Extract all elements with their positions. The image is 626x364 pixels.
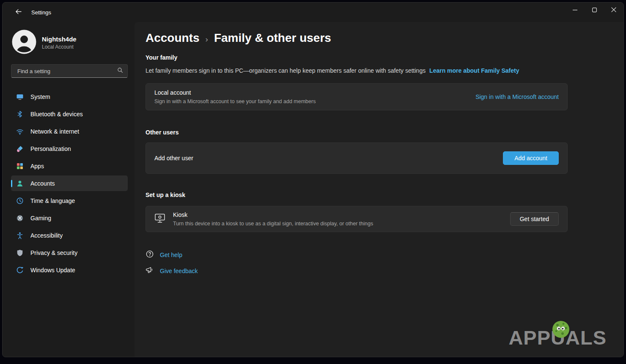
close-button[interactable] bbox=[604, 3, 623, 18]
sidebar-item-system[interactable]: System bbox=[11, 89, 128, 104]
sidebar-item-network-internet[interactable]: Network & internet bbox=[11, 123, 128, 139]
your-family-heading: Your family bbox=[146, 54, 568, 61]
sidebar-item-label: Apps bbox=[30, 163, 44, 170]
kiosk-icon bbox=[154, 213, 165, 225]
minimize-button[interactable] bbox=[565, 3, 585, 18]
appuals-watermark: APPUALS bbox=[508, 326, 607, 349]
get-help-icon bbox=[146, 250, 154, 260]
family-safety-link[interactable]: Learn more about Family Safety bbox=[429, 67, 519, 74]
add-other-user-label: Add other user bbox=[154, 155, 193, 161]
search-box bbox=[11, 64, 128, 78]
main-content: Accounts › Family & other users Your fam… bbox=[135, 22, 623, 357]
close-icon bbox=[611, 6, 616, 14]
add-other-user-card: Add other user Add account bbox=[146, 142, 568, 174]
local-account-subtitle: Sign in with a Microsoft account to see … bbox=[154, 99, 316, 104]
give-feedback-icon bbox=[146, 266, 154, 276]
maximize-icon bbox=[592, 6, 597, 14]
breadcrumb-root[interactable]: Accounts bbox=[146, 31, 200, 45]
titlebar: Settings bbox=[3, 3, 623, 22]
footer-links: Get help Give feedback bbox=[146, 250, 568, 276]
selected-indicator bbox=[11, 180, 12, 187]
sidebar: Nightsh4de Local Account System bbox=[3, 22, 135, 357]
app-body: Nightsh4de Local Account System bbox=[3, 22, 623, 357]
search-input[interactable] bbox=[16, 68, 117, 75]
settings-window: Settings bbox=[2, 2, 624, 357]
sidebar-item-accessibility[interactable]: Accessibility bbox=[11, 227, 128, 243]
sidebar-item-time-language[interactable]: Time & language bbox=[11, 193, 128, 208]
get-help-link[interactable]: Get help bbox=[160, 252, 182, 258]
local-account-card: Local account Sign in with a Microsoft a… bbox=[146, 83, 568, 110]
minimize-icon bbox=[573, 6, 577, 14]
sidebar-item-label: Accounts bbox=[30, 180, 55, 187]
accounts-person-icon bbox=[16, 180, 24, 187]
family-description-text: Let family members sign in to this PC—or… bbox=[146, 67, 426, 74]
clock-icon bbox=[16, 197, 24, 205]
sidebar-item-label: Time & language bbox=[30, 197, 75, 204]
accessibility-person-icon bbox=[16, 232, 24, 239]
give-feedback-link[interactable]: Give feedback bbox=[160, 268, 198, 274]
page-title: Family & other users bbox=[214, 31, 331, 45]
family-description: Let family members sign in to this PC—or… bbox=[146, 66, 568, 75]
sidebar-item-gaming[interactable]: Gaming bbox=[11, 210, 128, 226]
sidebar-item-label: Bluetooth & devices bbox=[30, 111, 83, 118]
kiosk-heading: Set up a kiosk bbox=[146, 192, 568, 198]
search-icon[interactable] bbox=[117, 67, 123, 75]
breadcrumb-chevron-icon: › bbox=[206, 33, 208, 44]
get-started-button[interactable]: Get started bbox=[510, 212, 559, 226]
sidebar-item-personalization[interactable]: Personalization bbox=[11, 141, 128, 156]
sidebar-item-label: Network & internet bbox=[30, 128, 79, 135]
sidebar-item-label: System bbox=[30, 93, 50, 100]
shield-icon bbox=[16, 249, 24, 257]
get-help-row[interactable]: Get help bbox=[146, 250, 568, 260]
update-arrows-icon bbox=[16, 266, 24, 274]
appuals-mascot-icon bbox=[552, 320, 570, 343]
breadcrumb: Accounts › Family & other users bbox=[146, 31, 568, 45]
sidebar-item-label: Privacy & security bbox=[30, 249, 77, 256]
sidebar-item-privacy-security[interactable]: Privacy & security bbox=[11, 245, 128, 260]
local-account-title: Local account bbox=[154, 89, 316, 96]
wifi-icon bbox=[16, 128, 24, 135]
user-account-type: Local Account bbox=[42, 44, 77, 50]
window-title: Settings bbox=[31, 9, 51, 16]
paintbrush-icon bbox=[16, 145, 24, 153]
sidebar-item-bluetooth-devices[interactable]: Bluetooth & devices bbox=[11, 106, 128, 122]
sidebar-item-accounts[interactable]: Accounts bbox=[11, 175, 128, 191]
sidebar-item-label: Personalization bbox=[30, 145, 71, 152]
back-arrow-icon bbox=[15, 8, 22, 16]
back-button[interactable] bbox=[12, 6, 25, 19]
system-icon bbox=[16, 93, 24, 101]
kiosk-subtitle: Turn this device into a kiosk to use as … bbox=[173, 221, 373, 227]
user-account-card[interactable]: Nightsh4de Local Account bbox=[11, 25, 128, 64]
sign-in-microsoft-link[interactable]: Sign in with a Microsoft account bbox=[475, 93, 559, 100]
other-users-heading: Other users bbox=[146, 129, 568, 136]
window-controls bbox=[565, 3, 623, 18]
sidebar-item-windows-update[interactable]: Windows Update bbox=[11, 262, 128, 278]
kiosk-title: Kiosk bbox=[173, 211, 373, 218]
xbox-icon bbox=[16, 214, 24, 222]
sidebar-item-label: Gaming bbox=[30, 215, 51, 222]
avatar bbox=[12, 30, 36, 56]
give-feedback-row[interactable]: Give feedback bbox=[146, 266, 568, 276]
kiosk-card: Kiosk Turn this device into a kiosk to u… bbox=[146, 206, 568, 232]
user-name: Nightsh4de bbox=[42, 36, 77, 44]
sidebar-item-label: Accessibility bbox=[30, 232, 63, 239]
sidebar-item-label: Windows Update bbox=[30, 267, 75, 274]
add-account-button[interactable]: Add account bbox=[503, 151, 559, 165]
bluetooth-icon bbox=[16, 110, 24, 118]
sidebar-nav: System Bluetooth & devices Network & int… bbox=[11, 89, 128, 278]
maximize-button[interactable] bbox=[585, 3, 604, 18]
apps-grid-icon bbox=[16, 162, 24, 170]
sidebar-item-apps[interactable]: Apps bbox=[11, 158, 128, 174]
